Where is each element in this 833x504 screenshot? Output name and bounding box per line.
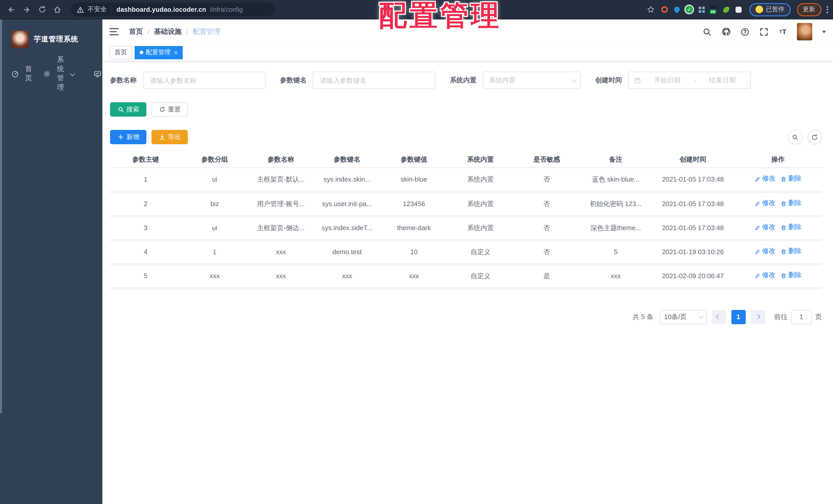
sidebar-collapse-icon[interactable] <box>110 28 119 35</box>
page-suffix-label: 页 <box>815 312 822 322</box>
extensions-puzzle-icon[interactable] <box>734 5 743 14</box>
table-row-1: 2biz用户管理-账号...sys.user.init-pa...123456系… <box>110 192 822 216</box>
cell: xxx <box>248 240 314 264</box>
extension-sprout-icon[interactable] <box>721 5 731 14</box>
param-name-label: 参数名称 <box>110 76 137 85</box>
sidebar-item-1[interactable]: 系统管理 <box>32 59 83 88</box>
chevron-down-icon <box>571 77 576 82</box>
font-size-icon[interactable]: TT <box>778 27 788 37</box>
delete-link-row-2[interactable]: 删除 <box>781 223 802 232</box>
builtin-select[interactable]: 系统内置 <box>483 72 581 89</box>
extension-green-check-icon[interactable]: ✓ <box>685 5 694 14</box>
user-menu-caret-icon[interactable] <box>822 30 826 33</box>
table-row-4: 5xxxxxxxxxxxx自定义是xxx2021-02-09 20:06:47修… <box>110 264 822 288</box>
cell: sys.user.init-pa... <box>313 192 380 216</box>
edit-link-row-2[interactable]: 修改 <box>755 223 776 232</box>
browser-back-button[interactable] <box>5 3 17 16</box>
add-button[interactable]: 新增 <box>110 130 146 144</box>
sidebar-item-2[interactable]: 基础设施 <box>83 59 102 88</box>
delete-link-row-0[interactable]: 删除 <box>781 174 802 183</box>
github-icon[interactable] <box>721 27 731 37</box>
page-number-1[interactable]: 1 <box>731 310 745 324</box>
active-tab-dot <box>140 51 143 54</box>
cell: ui <box>181 216 248 240</box>
sidebar-item-0[interactable]: 首页 <box>0 59 32 88</box>
browser-home-button[interactable] <box>51 3 64 16</box>
refresh-round-button[interactable] <box>807 130 822 144</box>
browser-reload-button[interactable] <box>36 3 48 16</box>
bookmark-star-icon[interactable] <box>645 3 657 16</box>
param-key-input[interactable] <box>319 76 429 85</box>
delete-link-row-1[interactable]: 删除 <box>781 198 802 208</box>
export-button[interactable]: 导出 <box>151 130 188 144</box>
prev-page-button[interactable] <box>712 310 726 324</box>
extension-cn-translate-icon[interactable]: cn <box>709 5 718 14</box>
goto-label: 前往 <box>774 312 787 322</box>
fullscreen-icon[interactable] <box>759 27 769 37</box>
cell: theme-dark <box>381 216 447 240</box>
param-name-input[interactable] <box>149 76 260 85</box>
edit-link-row-4[interactable]: 修改 <box>755 271 776 280</box>
paused-badge[interactable]: 已暂停 <box>749 3 790 16</box>
cell: biz <box>181 192 248 216</box>
toggle-search-round-button[interactable] <box>788 130 802 144</box>
extension-orange-ring-icon[interactable] <box>660 5 669 14</box>
breadcrumb-item-2: 配置管理 <box>193 27 220 36</box>
extension-grid-icon[interactable] <box>697 5 706 14</box>
cell-actions: 修改删除 <box>734 216 822 240</box>
tab-1[interactable]: 配置管理× <box>135 46 183 59</box>
trash-icon <box>781 176 787 182</box>
goto-page-input[interactable] <box>791 310 811 324</box>
cell: 2021-01-05 17:03:48 <box>651 216 734 240</box>
page-size-select[interactable]: 10条/页 <box>660 310 707 324</box>
cell: 2021-01-05 17:03:48 <box>651 192 734 216</box>
url-host: dashboard.yudao.iocoder.cn <box>116 6 206 13</box>
browser-menu-kebab-icon[interactable] <box>826 6 828 13</box>
extension-blue-pin-icon[interactable] <box>672 5 682 14</box>
edit-link-row-0[interactable]: 修改 <box>755 174 776 183</box>
cell: sys.index.sideT... <box>313 216 380 240</box>
browser-bar: 不安全 dashboard.yudao.iocoder.cn/infra/con… <box>0 0 833 20</box>
sidebar-item-label: 系统管理 <box>57 55 64 92</box>
cell: sys.index.skin... <box>313 168 380 192</box>
next-page-button[interactable] <box>751 310 765 324</box>
cell: 否 <box>514 216 580 240</box>
date-range-picker[interactable]: 开始日期 - 结束日期 <box>628 72 751 89</box>
app-title: 芋道管理系统 <box>34 35 78 44</box>
tab-0[interactable]: 首页 <box>110 46 132 59</box>
delete-link-row-3[interactable]: 删除 <box>781 247 802 256</box>
search-button[interactable]: 搜索 <box>110 102 146 117</box>
security-warning-label: 不安全 <box>88 5 107 14</box>
sidebar-logo-row[interactable]: 芋道管理系统 <box>0 20 102 59</box>
cell: 2 <box>110 192 181 216</box>
pencil-icon <box>755 248 761 254</box>
cell: 主框架页-侧边... <box>248 216 314 240</box>
pagination-total: 共 5 条 <box>633 312 653 322</box>
help-icon[interactable] <box>740 27 750 37</box>
sidebar-scrollbar[interactable] <box>0 20 2 413</box>
breadcrumb-item-1[interactable]: 基础设施 <box>154 27 182 36</box>
breadcrumb-separator: / <box>147 28 149 35</box>
cell: 1 <box>110 168 181 192</box>
edit-link-row-3[interactable]: 修改 <box>755 247 776 256</box>
cell: 自定义 <box>447 264 514 288</box>
delete-link-row-4[interactable]: 删除 <box>781 271 802 280</box>
column-header-5: 系统内置 <box>447 151 514 168</box>
breadcrumb-item-0[interactable]: 首页 <box>129 27 143 36</box>
close-icon[interactable]: × <box>174 49 177 55</box>
address-bar[interactable]: 不安全 dashboard.yudao.iocoder.cn/infra/con… <box>71 3 276 16</box>
avatar[interactable] <box>797 23 812 41</box>
edit-link-row-1[interactable]: 修改 <box>755 198 776 208</box>
browser-update-button[interactable]: 更新 <box>797 3 821 16</box>
cell: xxx <box>248 264 314 288</box>
cell: 用户管理-账号... <box>248 192 314 216</box>
cell: 否 <box>514 168 580 192</box>
calendar-icon <box>634 77 641 84</box>
cell: 初始化密码 123... <box>580 192 651 216</box>
search-icon[interactable] <box>702 27 712 37</box>
reset-button[interactable]: 重置 <box>151 102 188 117</box>
tabbar: 首页配置管理× <box>102 44 833 61</box>
browser-forward-button[interactable] <box>21 3 33 16</box>
cell: 3 <box>110 216 181 240</box>
date-end-placeholder: 结束日期 <box>700 76 745 85</box>
